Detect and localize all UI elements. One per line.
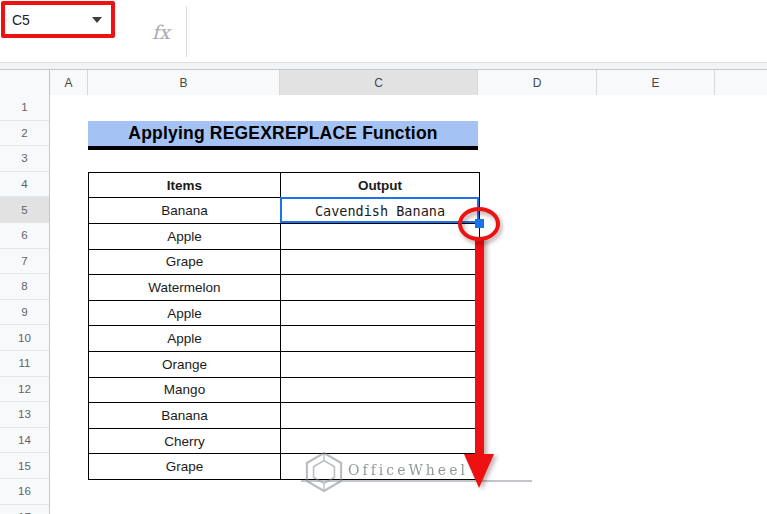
officewheel-text: OfficeWheel bbox=[348, 462, 468, 478]
toolbar-separator bbox=[0, 62, 767, 70]
row-header-12[interactable]: 12 bbox=[0, 377, 49, 403]
row-header-16[interactable]: 16 bbox=[0, 479, 49, 505]
cell-output-c9[interactable] bbox=[281, 300, 480, 326]
table-row: Orange bbox=[89, 351, 480, 377]
column-header-f-partial[interactable] bbox=[715, 70, 767, 95]
column-header-b[interactable]: B bbox=[88, 70, 280, 95]
row-header-10[interactable]: 10 bbox=[0, 325, 49, 351]
column-header-e[interactable]: E bbox=[597, 70, 715, 95]
table-row: Banana Cavendish Banana bbox=[89, 198, 480, 224]
fill-handle-circle-annotation bbox=[458, 207, 500, 241]
cell-output-c6[interactable] bbox=[281, 223, 480, 249]
cell-item-b11[interactable]: Orange bbox=[89, 351, 281, 377]
row-header-column: 1 2 3 4 5 6 7 8 9 10 11 12 13 14 15 16 1… bbox=[0, 95, 50, 514]
table-row: Watermelon bbox=[89, 275, 480, 301]
table-row: Apple bbox=[89, 223, 480, 249]
row-header-13[interactable]: 13 bbox=[0, 402, 49, 428]
table-row: Apple bbox=[89, 326, 480, 352]
name-box[interactable]: C5 bbox=[1, 1, 115, 38]
table-row: Cherry bbox=[89, 428, 480, 454]
table-row: Banana bbox=[89, 403, 480, 429]
cell-item-b9[interactable]: Apple bbox=[89, 300, 281, 326]
watermark-underline bbox=[301, 480, 532, 482]
row-header-14[interactable]: 14 bbox=[0, 428, 49, 454]
cell-item-b10[interactable]: Apple bbox=[89, 326, 281, 352]
cell-item-b7[interactable]: Grape bbox=[89, 249, 281, 275]
row-header-15[interactable]: 15 bbox=[0, 453, 49, 479]
row-header-11[interactable]: 11 bbox=[0, 351, 49, 377]
fx-icon: fx bbox=[152, 21, 170, 43]
formula-toolbar: C5 fx =REGEXREPLACE(REGEXREPLACE(REGEXRE… bbox=[0, 0, 767, 62]
formula-input[interactable]: =REGEXREPLACE(REGEXREPLACE(REGEXREPLACE(… bbox=[198, 3, 764, 61]
cell-item-b6[interactable]: Apple bbox=[89, 223, 281, 249]
cell-output-c12[interactable] bbox=[281, 377, 480, 403]
cell-item-b12[interactable]: Mango bbox=[89, 377, 281, 403]
arrow-head-icon bbox=[464, 454, 494, 488]
name-box-value: C5 bbox=[5, 12, 92, 28]
row-header-4[interactable]: 4 bbox=[0, 172, 49, 198]
column-header-c[interactable]: C bbox=[280, 70, 478, 95]
cell-output-c7[interactable] bbox=[281, 249, 480, 275]
cell-output-c13[interactable] bbox=[281, 403, 480, 429]
row-header-6[interactable]: 6 bbox=[0, 223, 49, 249]
table-row: Grape bbox=[89, 249, 480, 275]
formula-bar-divider bbox=[186, 6, 187, 57]
row-header-2[interactable]: 2 bbox=[0, 121, 49, 147]
select-all-corner[interactable] bbox=[0, 70, 50, 95]
spreadsheet-app: C5 fx =REGEXREPLACE(REGEXREPLACE(REGEXRE… bbox=[0, 0, 767, 514]
worksheet-title-cell[interactable]: Applying REGEXREPLACE Function bbox=[88, 121, 478, 151]
cell-output-c14[interactable] bbox=[281, 428, 480, 454]
formula-line-1: =REGEXREPLACE(REGEXREPLACE(REGEXREPLACE(… bbox=[198, 59, 764, 61]
row-header-8[interactable]: 8 bbox=[0, 274, 49, 300]
cell-item-b8[interactable]: Watermelon bbox=[89, 275, 281, 301]
row-header-5[interactable]: 5 bbox=[0, 197, 49, 223]
cell-output-c11[interactable] bbox=[281, 351, 480, 377]
table-header-row: Items Output bbox=[89, 172, 480, 198]
column-header-row: A B C D E bbox=[0, 70, 767, 95]
fruit-table: Items Output Banana Cavendish Banana App… bbox=[88, 172, 480, 480]
name-box-dropdown-icon[interactable] bbox=[92, 17, 102, 23]
cell-item-b15[interactable]: Grape bbox=[89, 454, 281, 480]
table-row: Mango bbox=[89, 377, 480, 403]
active-cell-c5[interactable]: Cavendish Banana bbox=[281, 198, 480, 224]
items-header-cell[interactable]: Items bbox=[89, 172, 281, 198]
cell-item-b14[interactable]: Cherry bbox=[89, 428, 281, 454]
row-header-9[interactable]: 9 bbox=[0, 300, 49, 326]
officewheel-logo-icon bbox=[305, 451, 343, 493]
row-header-3[interactable]: 3 bbox=[0, 146, 49, 172]
cell-output-c8[interactable] bbox=[281, 275, 480, 301]
column-header-d[interactable]: D bbox=[478, 70, 597, 95]
table-row: Apple bbox=[89, 300, 480, 326]
row-header-1[interactable]: 1 bbox=[0, 95, 49, 121]
row-header-17[interactable]: 17 bbox=[0, 505, 49, 514]
row-header-7[interactable]: 7 bbox=[0, 249, 49, 275]
column-header-a[interactable]: A bbox=[50, 70, 88, 95]
cell-item-b13[interactable]: Banana bbox=[89, 403, 281, 429]
cell-item-b5[interactable]: Banana bbox=[89, 198, 281, 224]
output-header-cell[interactable]: Output bbox=[281, 172, 480, 198]
cell-output-c10[interactable] bbox=[281, 326, 480, 352]
arrow-line bbox=[475, 237, 484, 457]
